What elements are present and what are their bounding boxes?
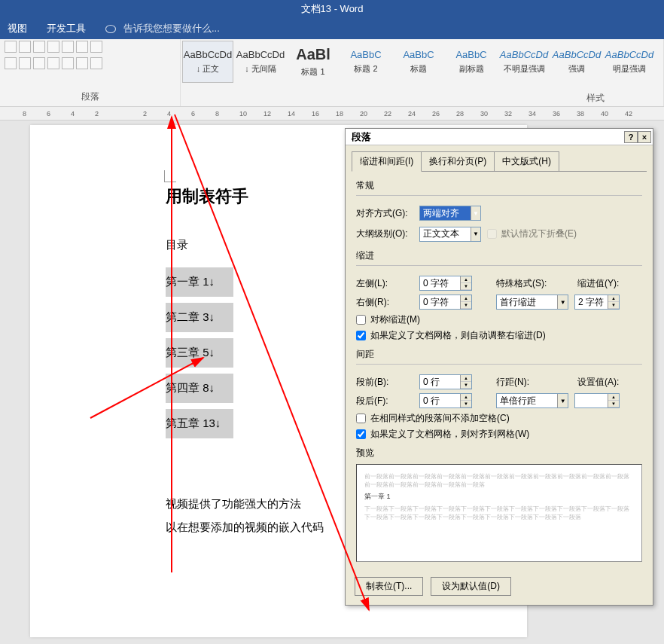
right-indent-input[interactable] bbox=[420, 297, 460, 307]
after-spinner[interactable]: ▲▼ bbox=[419, 393, 472, 408]
close-button[interactable]: × bbox=[638, 131, 651, 143]
mirror-check[interactable] bbox=[356, 315, 366, 325]
tabs-button[interactable]: 制表位(T)... bbox=[355, 577, 423, 596]
style-item[interactable]: AaBbCcDd明显强调 bbox=[604, 41, 655, 83]
style-item[interactable]: AaBbCcDd↓ 正文 bbox=[182, 41, 233, 83]
indent-left-icon[interactable] bbox=[47, 41, 59, 53]
numbered-list-icon[interactable] bbox=[19, 41, 31, 53]
align-center-icon[interactable] bbox=[19, 57, 31, 69]
toc-item[interactable]: 第四章 8↓ bbox=[166, 374, 233, 403]
left-indent-spinner[interactable]: ▲▼ bbox=[419, 276, 472, 291]
nospace-checkbox[interactable]: 在相同样式的段落间不添加空格(C) bbox=[356, 412, 642, 425]
spin-down-icon[interactable]: ▼ bbox=[608, 302, 619, 309]
snapgrid-check[interactable] bbox=[356, 429, 366, 439]
chevron-down-icon[interactable]: ▼ bbox=[471, 206, 480, 220]
style-item[interactable]: AaBbCcDd↓ 无间隔 bbox=[235, 41, 286, 83]
borders-icon[interactable] bbox=[90, 57, 102, 69]
spin-down-icon[interactable]: ▼ bbox=[461, 401, 471, 407]
toc-item[interactable]: 第二章 3↓ bbox=[166, 303, 233, 332]
ruler-tick: 16 bbox=[312, 110, 319, 118]
spin-up-icon[interactable]: ▲ bbox=[461, 295, 471, 302]
sort-icon[interactable] bbox=[76, 41, 88, 53]
linespace-combo[interactable]: ▼ bbox=[496, 393, 568, 408]
nospace-check[interactable] bbox=[356, 414, 366, 423]
toc-item[interactable]: 第三章 5↓ bbox=[166, 338, 233, 368]
setval-label: 设置值(A): bbox=[577, 376, 619, 389]
styles-gallery[interactable]: AaBbCcDd↓ 正文AaBbCcDd↓ 无间隔AaBl标题 1AaBbC标题… bbox=[181, 39, 663, 90]
autogrid-check[interactable] bbox=[356, 331, 366, 340]
set-default-button[interactable]: 设为默认值(D) bbox=[431, 577, 511, 596]
tab-asian-typography[interactable]: 中文版式(H) bbox=[494, 151, 559, 172]
setval-input[interactable] bbox=[575, 395, 608, 406]
dialog-titlebar[interactable]: 段落 ? × bbox=[346, 129, 653, 145]
after-input[interactable] bbox=[420, 395, 460, 406]
outline-input[interactable] bbox=[420, 229, 471, 240]
multilevel-icon[interactable] bbox=[33, 41, 45, 53]
style-name: 标题 1 bbox=[301, 66, 324, 78]
paragraph-label[interactable]: 段落 bbox=[5, 89, 175, 105]
align-justify-icon[interactable] bbox=[47, 57, 59, 69]
indent-section-label: 缩进 bbox=[356, 248, 642, 264]
tab-indent-spacing[interactable]: 缩进和间距(I) bbox=[352, 151, 422, 172]
auto-adjust-checkbox[interactable]: 如果定义了文档网格，则自动调整右缩进(D) bbox=[356, 329, 642, 342]
style-item[interactable]: AaBbCcDd不明显强调 bbox=[498, 41, 550, 83]
dialog-footer: 制表位(T)... 设为默认值(D) bbox=[346, 571, 653, 605]
spin-up-icon[interactable]: ▲ bbox=[608, 295, 619, 302]
spin-up-icon[interactable]: ▲ bbox=[461, 276, 471, 283]
by-spinner[interactable]: ▲▼ bbox=[574, 295, 620, 310]
special-input[interactable] bbox=[497, 297, 557, 307]
spin-down-icon[interactable]: ▼ bbox=[608, 401, 619, 407]
spin-up-icon[interactable]: ▲ bbox=[608, 394, 619, 401]
help-button[interactable]: ? bbox=[624, 131, 638, 143]
ruler-tick: 40 bbox=[601, 110, 608, 118]
show-marks-icon[interactable] bbox=[90, 41, 102, 53]
linespace-input[interactable] bbox=[497, 395, 557, 406]
list-icon[interactable] bbox=[5, 41, 17, 53]
ruler-tick: 34 bbox=[528, 110, 536, 118]
styles-label[interactable]: 样式 bbox=[527, 90, 663, 106]
by-input[interactable] bbox=[575, 297, 608, 307]
style-item[interactable]: AaBbC标题 2 bbox=[340, 41, 391, 83]
spacing-section-label: 间距 bbox=[356, 346, 642, 362]
style-item[interactable]: AaBbCcDd强调 bbox=[551, 41, 602, 83]
toc-item[interactable]: 第五章 13↓ bbox=[166, 409, 233, 438]
ruler-tick: 6 bbox=[191, 110, 195, 118]
tell-me[interactable]: 告诉我您想要做什么... bbox=[101, 16, 229, 41]
before-label: 段前(B): bbox=[356, 376, 413, 389]
shading-icon[interactable] bbox=[76, 57, 88, 69]
paragraph-group: 段落 bbox=[0, 39, 181, 106]
style-item[interactable]: AaBl标题 1 bbox=[288, 41, 339, 83]
setval-spinner[interactable]: ▲▼ bbox=[574, 393, 620, 408]
align-left-icon[interactable] bbox=[5, 57, 17, 69]
align-right-icon[interactable] bbox=[33, 57, 45, 69]
left-indent-input[interactable] bbox=[420, 278, 460, 288]
chevron-down-icon[interactable]: ▼ bbox=[557, 295, 568, 309]
alignment-combo[interactable]: ▼ bbox=[419, 206, 481, 221]
line-spacing-icon[interactable] bbox=[62, 57, 74, 69]
toc-item[interactable]: 第一章 1↓ bbox=[166, 267, 233, 297]
style-item[interactable]: AaBbC标题 bbox=[393, 41, 444, 83]
tab-dev[interactable]: 开发工具 bbox=[42, 19, 90, 38]
chevron-down-icon[interactable]: ▼ bbox=[471, 227, 480, 241]
tab-line-page-breaks[interactable]: 换行和分页(P) bbox=[421, 151, 495, 172]
right-indent-label: 右侧(R): bbox=[356, 296, 413, 309]
spin-up-icon[interactable]: ▲ bbox=[461, 375, 471, 382]
chevron-down-icon[interactable]: ▼ bbox=[557, 394, 568, 407]
before-spinner[interactable]: ▲▼ bbox=[419, 374, 472, 389]
tab-view[interactable]: 视图 bbox=[3, 19, 32, 38]
spin-up-icon[interactable]: ▲ bbox=[461, 394, 471, 401]
spin-down-icon[interactable]: ▼ bbox=[461, 283, 471, 290]
special-combo[interactable]: ▼ bbox=[496, 295, 568, 310]
style-item[interactable]: AaBbC副标题 bbox=[446, 41, 497, 83]
mirror-indent-checkbox[interactable]: 对称缩进(M) bbox=[356, 313, 642, 326]
spin-down-icon[interactable]: ▼ bbox=[461, 382, 471, 389]
before-input[interactable] bbox=[420, 377, 460, 387]
outline-combo[interactable]: ▼ bbox=[419, 227, 481, 242]
right-indent-spinner[interactable]: ▲▼ bbox=[419, 295, 472, 310]
alignment-input[interactable] bbox=[420, 208, 471, 218]
ruler-tick: 6 bbox=[47, 110, 50, 118]
snapgrid-checkbox[interactable]: 如果定义了文档网格，则对齐到网格(W) bbox=[356, 428, 642, 441]
indent-right-icon[interactable] bbox=[62, 41, 74, 53]
spin-down-icon[interactable]: ▼ bbox=[461, 302, 471, 309]
horizontal-ruler[interactable]: 8642246810121416182022242628303234363840… bbox=[0, 107, 664, 121]
